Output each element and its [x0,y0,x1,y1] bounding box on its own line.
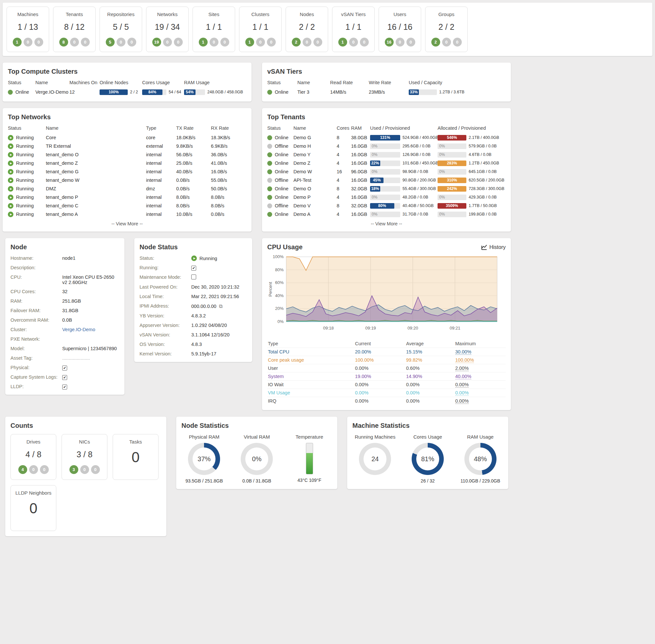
node-status-label-running-: Running: [140,265,189,270]
checkbox-checked[interactable] [62,385,67,390]
tenant-row[interactable]: OnlineDemo W1696.0GB0%98.9GB / 0.0B0%645… [267,167,506,176]
usage-bar: 546% [438,135,466,140]
tenant-status: Online [267,169,294,174]
checkbox-checked[interactable] [62,375,67,380]
network-row[interactable]: ▶Runningtenant_demo Winternal0.0B/s55.0B… [8,176,246,184]
tenant-used-provisioned: 45%90.8GB / 200.0GB [370,178,438,183]
network-name: tenant_demo C [46,203,146,208]
network-row[interactable]: ▶Runningtenant_demo Ointernal56.0B/s36.0… [8,151,246,159]
summary-card-tenants[interactable]: Tenants8 / 12800 [53,6,96,52]
line-chart-icon [481,244,487,250]
tenant-allocated-provisioned-text: 1.7TB / 50.0GB [469,203,497,208]
summary-card-clusters[interactable]: Clusters1 / 1100 [239,6,282,52]
stat-widget-caption: 0.0B / 31.8GB [234,478,280,484]
cpu-stat-maximum[interactable]: 2.00% [455,366,505,371]
machine-statistics-panel: Machine Statistics Running Machines24Cor… [347,417,508,489]
network-row[interactable]: ▶Runningtenant_demo Ginternal40.0B/s16.0… [8,167,246,176]
tenant-row[interactable]: OnlineDemo Z416.0GB22%101.6GB / 450.0GB2… [267,159,506,167]
tenant-allocated-provisioned-text: 199.8GB / 0.0B [469,212,496,216]
summary-card-sites[interactable]: Sites1 / 1100 [192,6,235,52]
network-row[interactable]: ▶RunningTR Externalexternal9.8KB/s6.9KB/… [8,142,246,151]
copy-icon[interactable]: ⧉ [219,303,223,309]
network-rx-rate: 6.9KB/s [211,143,246,149]
tenant-row[interactable]: OfflineAPI-Test416.0GB45%90.8GB / 200.0G… [267,176,506,184]
summary-card-vsan-tiers[interactable]: vSAN Tiers1 / 1100 [332,6,375,52]
view-more-tenants[interactable]: -- View More -- [267,221,506,226]
summary-card-title: Repositories [102,12,140,17]
tenant-row[interactable]: OnlineDemo A416.0GB0%31.7GB / 0.0B0%199.… [267,210,506,218]
tenant-row[interactable]: OnlineDemo Y416.0GB0%126.9GB / 0.0B0%4.6… [267,151,506,159]
cpu-stat-maximum[interactable]: 100.00% [455,358,505,363]
summary-card-nodes[interactable]: Nodes2 / 2200 [286,6,328,52]
checkbox-unchecked[interactable] [191,275,196,279]
node-value-physical- [62,365,119,370]
node-value-cpu-: Intel Xeon CPU E5-2650 v2 2.60GHz [62,275,119,285]
tenant-cores: 8 [337,203,351,208]
network-row[interactable]: ▶Runningtenant_demo Cinternal8.0B/s8.0B/… [8,202,246,210]
network-row[interactable]: ▶Runningtenant_demo Pinternal8.0B/s8.0B/… [8,193,246,202]
column-header: Name [46,125,146,131]
top-tenants-panel: Top Tenants Status Name Cores RAM Used /… [262,108,511,232]
summary-card-value: 19 / 34 [148,22,186,32]
tenant-status: Online [267,194,294,200]
network-name: tenant_demo O [46,152,146,157]
node-status-value-vsan-version-: 3.1.1064 12/16/20 [191,332,247,338]
checkbox-checked[interactable] [62,366,67,370]
summary-card-tasks[interactable]: Tasks0 [113,434,159,480]
network-row[interactable]: ▶RunningDMZdmz0.0B/s50.0B/s [8,184,246,193]
history-button[interactable]: History [481,244,506,250]
column-header: Read Rate [330,80,369,85]
tenant-row[interactable]: OfflineDemo H416.0GB0%295.6GB / 0.0B0%57… [267,142,506,151]
summary-card-groups[interactable]: Groups2 / 2200 [425,6,468,52]
status-count-badge: 1 [245,38,254,47]
cpu-stat-maximum[interactable]: 0.00% [455,398,505,404]
tenant-row[interactable]: OfflineDemo V832.0GB80%40.4GB / 50.0GB35… [267,202,506,210]
tenant-used-provisioned-text: 524.9GB / 400.0GB [402,135,438,140]
network-row[interactable]: ▶Runningtenant_demo Ainternal10.0B/s0.0B… [8,210,246,218]
summary-card-users[interactable]: Users16 / 161600 [379,6,421,52]
checkbox-checked[interactable] [191,266,196,271]
network-row[interactable]: ▶Runningtenant_demo Zinternal25.0B/s41.0… [8,159,246,167]
tenant-status: Offline [267,203,294,208]
cpu-stat-maximum[interactable]: 0.00% [455,382,505,387]
node-label-capture-system-logs-: Capture System Logs: [10,374,60,380]
summary-card-value: 0 [13,500,54,516]
top-tenants-table-body: OnlineDemo G838.0GB131%524.9GB / 400.0GB… [267,133,506,218]
running-status-icon: ▶ [8,212,14,217]
cpu-stat-maximum[interactable]: 40.00% [455,374,505,379]
summary-card-nics[interactable]: NICs3 / 8300 [62,434,108,480]
tenant-allocated-provisioned: 3509%1.7TB / 50.0GB [438,203,506,209]
network-name: tenant_demo G [46,169,146,174]
summary-card-repositories[interactable]: Repositories5 / 5500 [99,6,142,52]
tenant-allocated-provisioned-text: 728.3GB / 300.0GB [469,186,504,191]
tenant-row[interactable]: OnlineDemo P416.0GB0%48.2GB / 0.0B0%429.… [267,193,506,202]
cpu-stat-average: 99.82% [406,358,455,363]
cpu-stat-current: 19.00% [355,374,406,379]
vsan-tier-row[interactable]: OnlineTier 314MB/s23MB/s33%1.2TB / 3.6TB [267,88,506,96]
top-compute-clusters-panel: Top Compute Clusters Status Name Machine… [3,63,252,101]
status-badges: 400 [13,465,54,474]
summary-card-machines[interactable]: Machines1 / 13100 [6,6,49,52]
tenant-row[interactable]: OnlineDemo G838.0GB131%524.9GB / 400.0GB… [267,133,506,142]
view-more-networks[interactable]: -- View More -- [8,221,246,226]
cpu-stat-maximum[interactable]: 0.00% [455,390,505,395]
cpu-stat-maximum[interactable]: 30.00% [455,349,505,354]
tenant-name: Demo G [294,135,337,140]
status-count-badge: 0 [34,38,43,47]
cluster-link[interactable]: Verge.IO-Demo [62,327,95,332]
tenant-row[interactable]: OnlineDemo O832.0GB18%55.4GB / 300.0GB24… [267,184,506,193]
tenant-name: Demo H [294,143,337,149]
cluster-row[interactable]: OnlineVerge.IO-Demo12100%2 / 284%54 / 64… [8,88,246,96]
summary-card-lldp-neighbors[interactable]: LLDP Neighbors0 [10,485,56,531]
top-tenants-table-header: Status Name Cores RAM Used / Provisioned… [267,125,506,131]
stat-widget-virtual-ram: Virtual RAM0%0.0B / 31.8GB [234,434,280,484]
network-row[interactable]: ▶RunningCorecore18.0KB/s18.3KB/s [8,133,246,142]
summary-card-networks[interactable]: Networks19 / 341900 [146,6,189,52]
summary-card-drives[interactable]: Drives4 / 8400 [10,434,56,480]
usage-bar: 22% [370,161,400,166]
column-header: Status [8,125,46,131]
running-status-icon: ▶ [8,186,14,192]
tenant-cores: 8 [337,186,351,191]
summary-card-title: Nodes [288,12,326,17]
node-label-ram-: RAM: [10,298,60,304]
